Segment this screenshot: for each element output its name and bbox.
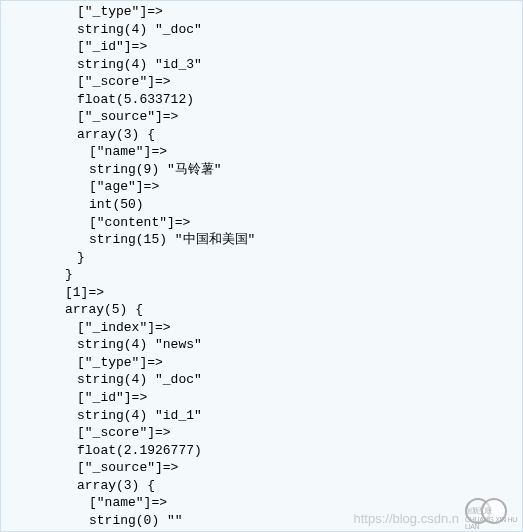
code-line: float(2.1926777) [1, 442, 522, 460]
watermark-url: https://blog.csdn.n [353, 511, 459, 526]
code-line: ["_id"]=> [1, 38, 522, 56]
code-line: ["_id"]=> [1, 389, 522, 407]
code-line: string(4) "_doc" [1, 371, 522, 389]
code-line: ["name"]=> [1, 143, 522, 161]
code-block: ["_type"]=>string(4) "_doc"["_id"]=>stri… [0, 0, 523, 532]
code-line: ["_index"]=> [1, 319, 522, 337]
code-line: ["_type"]=> [1, 354, 522, 372]
code-line: array(3) { [1, 126, 522, 144]
code-line: float(5.633712) [1, 91, 522, 109]
code-line: ["_type"]=> [1, 3, 522, 21]
logo-brand-en: CHUANG XIN HU LIAN [465, 516, 517, 530]
code-line: ["_score"]=> [1, 424, 522, 442]
code-line: string(15) "中国和美国" [1, 231, 522, 249]
code-line: } [1, 249, 522, 267]
code-line: ["_score"]=> [1, 73, 522, 91]
logo-watermark: 创新互联 CHUANG XIN HU LIAN [465, 496, 519, 528]
code-line: string(9) "马铃薯" [1, 161, 522, 179]
code-line: [1]=> [1, 284, 522, 302]
code-line: string(4) "news" [1, 336, 522, 354]
code-line: ["age"]=> [1, 178, 522, 196]
code-line: ["_source"]=> [1, 108, 522, 126]
logo-brand-text: 创新互联 CHUANG XIN HU LIAN [465, 506, 519, 530]
code-line: array(3) { [1, 477, 522, 495]
logo-brand-cn: 创新互联 [465, 507, 492, 514]
code-line: ["content"]=> [1, 214, 522, 232]
code-line: string(4) "id_3" [1, 56, 522, 74]
code-line: int(50) [1, 196, 522, 214]
code-line: string(4) "_doc" [1, 21, 522, 39]
code-line: ["_source"]=> [1, 459, 522, 477]
code-line: } [1, 266, 522, 284]
code-line: string(4) "id_1" [1, 407, 522, 425]
code-line: array(5) { [1, 301, 522, 319]
code-line: ["name"]=> [1, 494, 522, 512]
